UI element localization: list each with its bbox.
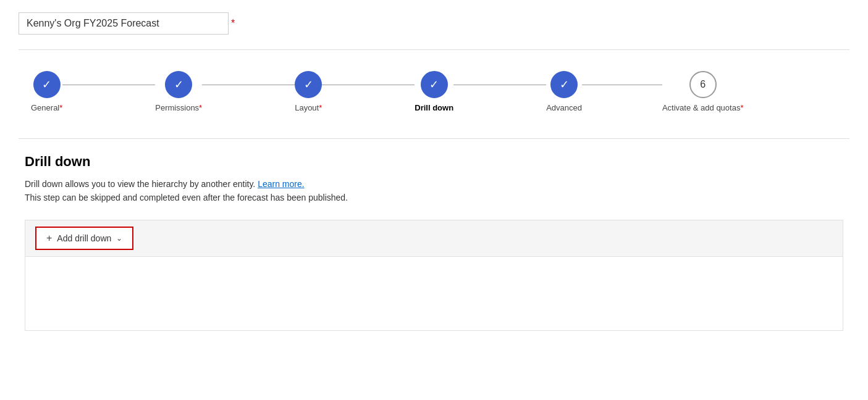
- step-advanced[interactable]: ✓ Advanced: [546, 71, 582, 112]
- step-permissions-label: Permissions*: [155, 103, 202, 112]
- checkmark-icon-2: ✓: [174, 78, 183, 91]
- step-layout-circle: ✓: [295, 71, 322, 98]
- add-drill-down-label: Add drill down: [57, 233, 111, 243]
- general-required: *: [59, 103, 62, 112]
- step-drill-down-label: Drill down: [415, 103, 453, 112]
- connector-2: [202, 85, 295, 85]
- title-section: *: [19, 12, 849, 35]
- step-drill-down[interactable]: ✓ Drill down: [415, 71, 453, 112]
- step-layout[interactable]: ✓ Layout*: [295, 71, 322, 112]
- plus-icon: +: [46, 233, 52, 244]
- description-part2: This step can be skipped and completed e…: [25, 193, 348, 202]
- checkmark-icon-5: ✓: [560, 78, 569, 91]
- toolbar-area: + Add drill down ⌄: [25, 220, 843, 257]
- step-general-circle: ✓: [33, 71, 61, 98]
- step-activate[interactable]: 6 Activate & add quotas*: [662, 71, 744, 112]
- main-content: Drill down Drill down allows you to view…: [19, 154, 849, 331]
- step-advanced-circle: ✓: [550, 71, 578, 98]
- step-activate-label: Activate & add quotas*: [662, 103, 744, 112]
- description-part1: Drill down allows you to view the hierar…: [25, 179, 255, 189]
- permissions-required: *: [199, 103, 202, 112]
- step-layout-label: Layout*: [295, 103, 322, 112]
- top-divider: [19, 49, 849, 50]
- step-general[interactable]: ✓ General*: [31, 71, 62, 112]
- description-text: Drill down allows you to view the hierar…: [25, 177, 843, 205]
- step-general-label: General*: [31, 103, 62, 112]
- connector-3: [322, 85, 415, 85]
- checkmark-icon-3: ✓: [304, 78, 313, 91]
- step-activate-number: 6: [700, 79, 706, 90]
- step-advanced-label: Advanced: [546, 103, 582, 112]
- forecast-name-input[interactable]: [19, 12, 229, 35]
- step-activate-circle: 6: [689, 71, 717, 98]
- chevron-down-icon: ⌄: [116, 234, 122, 243]
- bottom-divider: [19, 138, 849, 139]
- page-container: * ✓ General* ✓ Permissions*: [0, 0, 868, 343]
- add-drill-down-button[interactable]: + Add drill down ⌄: [35, 227, 133, 250]
- activate-required: *: [740, 103, 743, 112]
- learn-more-link[interactable]: Learn more.: [258, 179, 304, 189]
- page-title: Drill down: [25, 154, 843, 170]
- checkmark-icon-4: ✓: [429, 78, 439, 91]
- title-required-star: *: [231, 18, 235, 29]
- step-permissions-circle: ✓: [165, 71, 192, 98]
- layout-required: *: [319, 103, 322, 112]
- connector-1: [62, 85, 155, 85]
- drill-down-content-area: [25, 257, 843, 331]
- connector-4: [453, 85, 546, 85]
- connector-5: [582, 85, 662, 85]
- step-permissions[interactable]: ✓ Permissions*: [155, 71, 202, 112]
- step-drill-down-circle: ✓: [421, 71, 448, 98]
- checkmark-icon: ✓: [42, 78, 51, 91]
- stepper: ✓ General* ✓ Permissions* ✓ Layout*: [19, 65, 849, 119]
